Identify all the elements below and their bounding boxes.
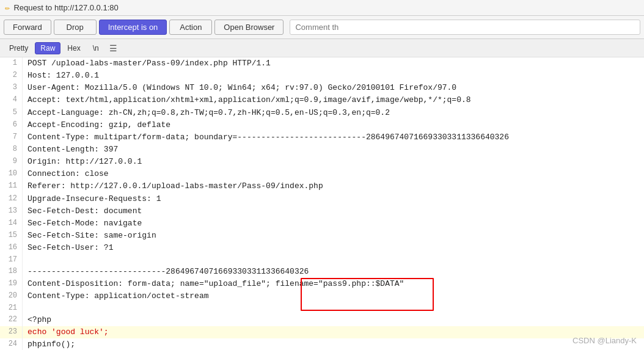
table-row: 5Accept-Language: zh-CN,zh;q=0.8,zh-TW;q… xyxy=(0,107,644,119)
line-content xyxy=(23,302,644,314)
table-row: 13Sec-Fetch-Dest: document xyxy=(0,205,644,217)
title-text: Request to http://127.0.0.1:80 xyxy=(13,3,118,12)
line-number: 9 xyxy=(0,156,23,168)
table-row: 7Content-Type: multipart/form-data; boun… xyxy=(0,131,644,144)
hex-button[interactable]: Hex xyxy=(62,42,86,54)
table-row: 16Sec-Fetch-User: ?1 xyxy=(0,242,644,254)
menu-button[interactable]: ☰ xyxy=(106,42,121,54)
line-content: Content-Disposition: form-data; name="up… xyxy=(23,278,644,290)
table-row: 6Accept-Encoding: gzip, deflate xyxy=(0,119,644,131)
table-row: 15Sec-Fetch-Site: same-origin xyxy=(0,230,644,242)
line-content: Referer: http://127.0.0.1/upload-labs-ma… xyxy=(23,180,644,192)
line-content: POST /upload-labs-master/Pass-09/index.p… xyxy=(23,57,644,70)
drop-button[interactable]: Drop xyxy=(54,20,97,35)
table-row: 10Connection: close xyxy=(0,168,644,180)
line-number: 6 xyxy=(0,119,23,131)
line-content: Accept: text/html,application/xhtml+xml,… xyxy=(23,94,644,106)
line-number: 22 xyxy=(0,314,23,326)
line-number: 21 xyxy=(0,302,23,314)
line-content: User-Agent: Mozilla/5.0 (Windows NT 10.0… xyxy=(23,82,644,94)
table-row: 11Referer: http://127.0.0.1/upload-labs-… xyxy=(0,180,644,192)
line-number: 8 xyxy=(0,144,23,156)
table-row: 3User-Agent: Mozilla/5.0 (Windows NT 10.… xyxy=(0,82,644,94)
line-content: <?php xyxy=(23,314,644,326)
line-content: Accept-Language: zh-CN,zh;q=0.8,zh-TW;q=… xyxy=(23,107,644,119)
line-content: Content-Type: multipart/form-data; bound… xyxy=(23,131,644,144)
line-number: 18 xyxy=(0,266,23,278)
line-content: Sec-Fetch-Mode: navigate xyxy=(23,217,644,230)
table-row: 9Origin: http://127.0.0.1 xyxy=(0,156,644,168)
line-number: 24 xyxy=(0,338,23,350)
line-number: 4 xyxy=(0,94,23,106)
table-row: 21 xyxy=(0,302,644,314)
table-row: 1POST /upload-labs-master/Pass-09/index.… xyxy=(0,57,644,70)
line-content: Content-Length: 397 xyxy=(23,144,644,156)
line-number: 15 xyxy=(0,230,23,242)
table-row: 23echo 'good luck'; xyxy=(0,326,644,338)
table-row: 2Host: 127.0.0.1 xyxy=(0,70,644,82)
table-row: 14Sec-Fetch-Mode: navigate xyxy=(0,217,644,230)
toolbar: Forward Drop Intercept is on Action Open… xyxy=(0,16,644,39)
table-row: 18-----------------------------286496740… xyxy=(0,266,644,278)
line-content: -----------------------------28649674071… xyxy=(23,266,644,278)
watermark: CSDN @Liandy-K xyxy=(573,336,637,345)
code-table: 1POST /upload-labs-master/Pass-09/index.… xyxy=(0,57,644,350)
line-content: phpinfo(); xyxy=(23,338,644,350)
table-row: 22<?php xyxy=(0,314,644,326)
comment-input[interactable] xyxy=(290,20,640,35)
table-row: 19Content-Disposition: form-data; name="… xyxy=(0,278,644,290)
line-number: 5 xyxy=(0,107,23,119)
line-content xyxy=(23,254,644,266)
line-number: 14 xyxy=(0,217,23,230)
intercept-button[interactable]: Intercept is on xyxy=(99,20,167,35)
edit-icon: ✏ xyxy=(5,2,10,13)
table-row: 12Upgrade-Insecure-Requests: 1 xyxy=(0,193,644,205)
forward-button[interactable]: Forward xyxy=(4,20,51,35)
open-browser-button[interactable]: Open Browser xyxy=(214,20,284,35)
line-content: echo 'good luck'; xyxy=(23,326,644,338)
line-number: 11 xyxy=(0,180,23,192)
line-number: 19 xyxy=(0,278,23,290)
line-content: Content-Type: application/octet-stream xyxy=(23,290,644,302)
line-content: Host: 127.0.0.1 xyxy=(23,70,644,82)
content-area: 1POST /upload-labs-master/Pass-09/index.… xyxy=(0,57,644,350)
format-bar: Pretty Raw Hex \n ☰ xyxy=(0,39,644,57)
action-button[interactable]: Action xyxy=(169,20,212,35)
line-content: Origin: http://127.0.0.1 xyxy=(23,156,644,168)
pretty-button[interactable]: Pretty xyxy=(4,42,34,54)
line-content: Sec-Fetch-User: ?1 xyxy=(23,242,644,254)
line-number: 12 xyxy=(0,193,23,205)
table-row: 8Content-Length: 397 xyxy=(0,144,644,156)
line-number: 23 xyxy=(0,326,23,338)
line-number: 13 xyxy=(0,205,23,217)
line-content: Sec-Fetch-Dest: document xyxy=(23,205,644,217)
line-number: 17 xyxy=(0,254,23,266)
table-row: 20Content-Type: application/octet-stream xyxy=(0,290,644,302)
table-row: 4Accept: text/html,application/xhtml+xml… xyxy=(0,94,644,106)
line-number: 20 xyxy=(0,290,23,302)
line-number: 1 xyxy=(0,57,23,70)
title-bar: ✏ Request to http://127.0.0.1:80 xyxy=(0,0,644,16)
table-row: 24phpinfo(); xyxy=(0,338,644,350)
line-content: Sec-Fetch-Site: same-origin xyxy=(23,230,644,242)
raw-button[interactable]: Raw xyxy=(35,42,60,54)
table-row: 17 xyxy=(0,254,644,266)
line-number: 7 xyxy=(0,131,23,144)
line-number: 16 xyxy=(0,242,23,254)
line-content: Connection: close xyxy=(23,168,644,180)
line-number: 2 xyxy=(0,70,23,82)
line-content: Upgrade-Insecure-Requests: 1 xyxy=(23,193,644,205)
line-content: Accept-Encoding: gzip, deflate xyxy=(23,119,644,131)
line-number: 3 xyxy=(0,82,23,94)
line-number: 10 xyxy=(0,168,23,180)
newline-button[interactable]: \n xyxy=(87,42,104,54)
